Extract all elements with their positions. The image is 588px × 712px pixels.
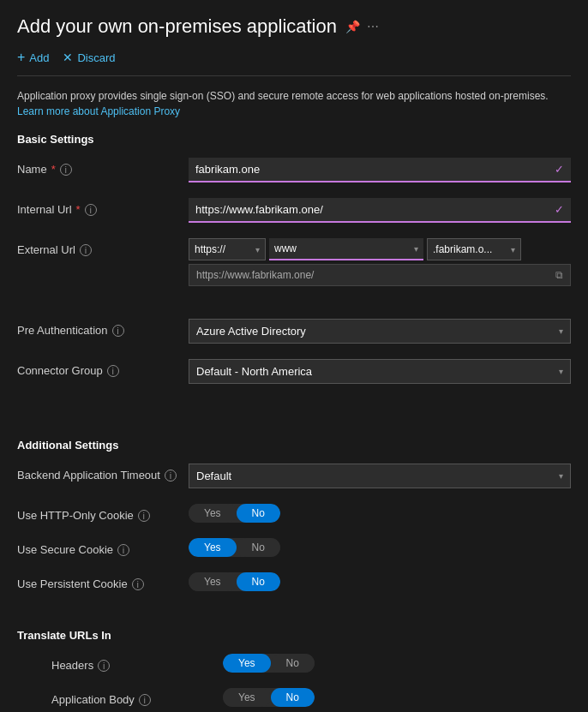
application-body-no-btn[interactable]: No bbox=[271, 688, 315, 707]
application-body-toggle: Yes No bbox=[223, 688, 571, 707]
connector-group-row: Connector Group i Default - North Americ… bbox=[17, 359, 571, 384]
headers-label: Headers i bbox=[51, 654, 223, 672]
pre-auth-select[interactable]: Azure Active Directory ▾ bbox=[189, 319, 571, 344]
http-only-cookie-label: Use HTTP-Only Cookie i bbox=[17, 504, 189, 522]
page-container: Add your own on-premises application 📌 ⋯… bbox=[0, 0, 588, 712]
persistent-cookie-label-text: Use Persistent Cookie bbox=[17, 577, 128, 590]
headers-label-text: Headers bbox=[51, 659, 93, 672]
http-only-cookie-toggle-group: Yes No bbox=[189, 504, 280, 523]
internal-url-label-text: Internal Url bbox=[17, 203, 72, 216]
pin-icon[interactable]: 📌 bbox=[345, 20, 360, 33]
http-only-cookie-info-icon[interactable]: i bbox=[138, 510, 150, 522]
persistent-cookie-info-icon[interactable]: i bbox=[132, 578, 144, 590]
http-only-cookie-no-btn[interactable]: No bbox=[237, 504, 280, 523]
name-check-icon: ✓ bbox=[555, 163, 564, 176]
http-only-cookie-toggle: Yes No bbox=[189, 504, 571, 523]
secure-cookie-label: Use Secure Cookie i bbox=[17, 538, 189, 556]
info-text: Application proxy provides single sign-o… bbox=[17, 90, 549, 102]
connector-group-label-text: Connector Group bbox=[17, 364, 103, 377]
pre-auth-chevron: ▾ bbox=[559, 326, 563, 336]
page-title-text: Add your own on-premises application bbox=[17, 15, 337, 38]
internal-url-info-icon[interactable]: i bbox=[85, 204, 97, 216]
title-icons: 📌 ⋯ bbox=[345, 20, 379, 33]
add-label: Add bbox=[29, 51, 49, 64]
subdomain-select[interactable]: www ▾ bbox=[269, 238, 423, 260]
headers-toggle: Yes No bbox=[223, 654, 571, 673]
persistent-cookie-toggle: Yes No bbox=[189, 572, 571, 591]
pre-auth-value: Azure Active Directory bbox=[196, 325, 306, 338]
connector-group-select[interactable]: Default - North America ▾ bbox=[189, 359, 571, 384]
internal-url-control: https://www.fabrikam.one/ ✓ bbox=[189, 198, 571, 223]
external-url-control: https:// ▾ www ▾ .fabrikam.o... ▾ https:… bbox=[189, 238, 571, 286]
secure-cookie-label-text: Use Secure Cookie bbox=[17, 543, 113, 556]
connector-group-label: Connector Group i bbox=[17, 359, 189, 377]
name-input-display[interactable]: fabrikam.one ✓ bbox=[189, 158, 571, 182]
basic-settings-title: Basic Settings bbox=[17, 133, 571, 146]
translate-urls-title: Translate URLs In bbox=[17, 629, 571, 642]
headers-row: Headers i Yes No bbox=[51, 654, 571, 673]
secure-cookie-yes-btn[interactable]: Yes bbox=[189, 538, 237, 557]
persistent-cookie-label: Use Persistent Cookie i bbox=[17, 572, 189, 590]
application-body-label-text: Application Body bbox=[51, 693, 135, 706]
domain-chevron: ▾ bbox=[511, 245, 515, 254]
headers-toggle-group: Yes No bbox=[223, 654, 315, 673]
http-only-cookie-yes-btn[interactable]: Yes bbox=[189, 504, 237, 523]
persistent-cookie-toggle-group: Yes No bbox=[189, 572, 280, 591]
backend-timeout-select[interactable]: Default ▾ bbox=[189, 464, 571, 488]
application-body-yes-btn[interactable]: Yes bbox=[223, 688, 271, 707]
external-url-label-text: External Url bbox=[17, 243, 75, 256]
persistent-cookie-row: Use Persistent Cookie i Yes No bbox=[17, 572, 571, 591]
headers-info-icon[interactable]: i bbox=[98, 660, 110, 672]
internal-url-input[interactable]: https://www.fabrikam.one/ ✓ bbox=[189, 198, 571, 223]
http-only-cookie-label-text: Use HTTP-Only Cookie bbox=[17, 509, 134, 522]
protocol-select[interactable]: https:// ▾ bbox=[189, 238, 266, 260]
copy-icon[interactable]: ⧉ bbox=[555, 269, 563, 281]
name-control: fabrikam.one ✓ bbox=[189, 158, 571, 182]
secure-cookie-info-icon[interactable]: i bbox=[117, 544, 129, 556]
subdomain-chevron: ▾ bbox=[414, 244, 418, 254]
name-row: Name * i fabrikam.one ✓ bbox=[17, 158, 571, 182]
learn-more-link[interactable]: Learn more about Application Proxy bbox=[17, 105, 180, 117]
external-url-info-icon[interactable]: i bbox=[80, 244, 92, 256]
external-url-full-value: https://www.fabrikam.one/ bbox=[196, 269, 314, 281]
connector-group-info-icon[interactable]: i bbox=[107, 365, 119, 377]
page-title-bar: Add your own on-premises application 📌 ⋯ bbox=[17, 15, 571, 38]
secure-cookie-toggle: Yes No bbox=[189, 538, 571, 557]
internal-url-required: * bbox=[76, 203, 81, 216]
external-url-label: External Url i bbox=[17, 238, 189, 256]
application-body-label: Application Body i bbox=[51, 688, 223, 706]
application-body-info-icon[interactable]: i bbox=[139, 694, 151, 706]
x-icon: ✕ bbox=[63, 51, 73, 64]
toolbar: + Add ✕ Discard bbox=[17, 50, 571, 76]
internal-url-value: https://www.fabrikam.one/ bbox=[195, 203, 323, 216]
connector-group-control: Default - North America ▾ bbox=[189, 359, 571, 384]
info-text-block: Application proxy provides single sign-o… bbox=[17, 88, 571, 119]
protocol-value: https:// bbox=[195, 243, 225, 255]
discard-button[interactable]: ✕ Discard bbox=[63, 51, 115, 64]
internal-url-check-icon: ✓ bbox=[555, 203, 564, 216]
pre-auth-control: Azure Active Directory ▾ bbox=[189, 319, 571, 344]
external-url-selects: https:// ▾ www ▾ .fabrikam.o... ▾ bbox=[189, 238, 571, 260]
headers-no-btn[interactable]: No bbox=[271, 654, 315, 673]
name-label-text: Name bbox=[17, 163, 47, 176]
backend-timeout-info-icon[interactable]: i bbox=[165, 470, 177, 482]
domain-select[interactable]: .fabrikam.o... ▾ bbox=[427, 238, 521, 260]
more-icon[interactable]: ⋯ bbox=[367, 20, 379, 33]
persistent-cookie-no-btn[interactable]: No bbox=[237, 572, 280, 591]
connector-group-value: Default - North America bbox=[196, 365, 312, 378]
internal-url-label: Internal Url * i bbox=[17, 198, 189, 216]
backend-timeout-value: Default bbox=[196, 470, 231, 482]
pre-auth-label: Pre Authentication i bbox=[17, 319, 189, 337]
add-button[interactable]: + Add bbox=[17, 50, 49, 65]
http-only-cookie-row: Use HTTP-Only Cookie i Yes No bbox=[17, 504, 571, 523]
headers-yes-btn[interactable]: Yes bbox=[223, 654, 271, 673]
persistent-cookie-yes-btn[interactable]: Yes bbox=[189, 572, 237, 591]
pre-auth-info-icon[interactable]: i bbox=[112, 325, 124, 337]
additional-settings-title: Additional Settings bbox=[17, 439, 571, 452]
pre-auth-label-text: Pre Authentication bbox=[17, 324, 108, 337]
name-info-icon[interactable]: i bbox=[60, 164, 72, 176]
secure-cookie-no-btn[interactable]: No bbox=[237, 538, 280, 557]
backend-timeout-control: Default ▾ bbox=[189, 464, 571, 488]
name-value: fabrikam.one bbox=[195, 163, 260, 176]
backend-timeout-label-text: Backend Application Timeout bbox=[17, 469, 160, 482]
